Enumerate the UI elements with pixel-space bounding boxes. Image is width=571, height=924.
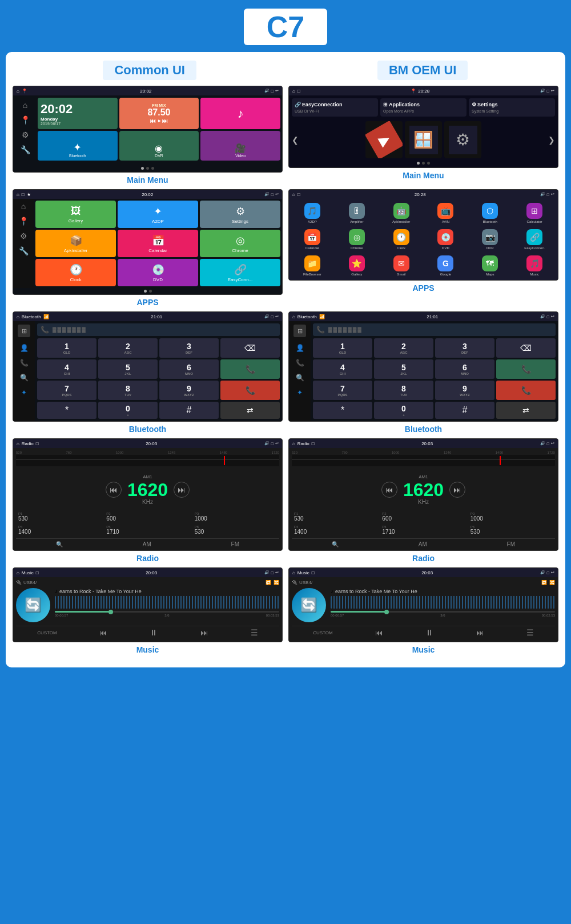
bm-next-arrow[interactable]: ❯ xyxy=(548,135,555,145)
progress-bar[interactable] xyxy=(55,611,279,613)
bm-app-dvd[interactable]: 💿DVD xyxy=(424,227,468,252)
key-4[interactable]: 4GHI xyxy=(37,359,96,379)
bm-preset-p5[interactable]: P51710 xyxy=(380,524,467,536)
app-chrome[interactable]: ◎Chrome xyxy=(200,230,280,257)
bm-key-1[interactable]: 1GLD xyxy=(313,338,372,358)
bm-key-4[interactable]: 4GHI xyxy=(313,359,372,379)
dialpad-icon[interactable]: ⊞ xyxy=(18,325,30,337)
shuffle-icon[interactable]: 🔀 xyxy=(274,580,279,585)
bm-next-track-btn[interactable]: ⏭ xyxy=(476,628,484,637)
bm-key-5[interactable]: 5JKL xyxy=(374,359,433,379)
bm-recent-icon[interactable]: 📞 xyxy=(296,359,304,367)
bm-app-a2dp[interactable]: 🎵A2DP xyxy=(291,201,334,226)
radio-search-btn[interactable]: 🔍 xyxy=(56,541,63,547)
key-2[interactable]: 2ABC xyxy=(98,338,158,358)
bm-search-icon[interactable]: 🔍 xyxy=(296,374,304,382)
bm-applications-card[interactable]: ⊞ Applications Open More APPs xyxy=(380,98,467,117)
key-6[interactable]: 6MNO xyxy=(159,359,219,379)
key-hash[interactable]: # xyxy=(159,402,219,419)
bm-app-avin[interactable]: 📺AVIN xyxy=(424,201,468,226)
bm-key-call-green[interactable]: 📞 xyxy=(496,359,556,379)
bm-app-easyconn[interactable]: 🔗EasyConnec. xyxy=(513,227,556,252)
bm-key-swap[interactable]: ⇄ xyxy=(496,402,556,419)
bm-key-9[interactable]: 9WXYZ xyxy=(435,381,494,400)
music-tile[interactable]: ♪ xyxy=(200,98,280,129)
bm-app-amplifier[interactable]: 🎚Amplifier xyxy=(335,201,379,226)
bm-key-end-call[interactable]: 📞 xyxy=(496,381,556,400)
bm-prev-track-btn[interactable]: ⏮ xyxy=(375,628,383,637)
bm-key-star[interactable]: * xyxy=(313,402,372,419)
bm-settings-card[interactable]: ⚙ Settings System Setting xyxy=(469,98,555,117)
bt-icon[interactable]: ✦ xyxy=(21,389,27,397)
bm-playlist-btn[interactable]: ☰ xyxy=(526,628,534,637)
key-9[interactable]: 9WXYZ xyxy=(159,381,219,400)
radio-am-btn[interactable]: AM xyxy=(143,541,151,547)
bm-radio-search-btn[interactable]: 🔍 xyxy=(332,541,339,547)
contacts-icon[interactable]: 👤 xyxy=(20,344,29,352)
bm-key-2[interactable]: 2ABC xyxy=(374,338,433,358)
bm-progress-handle[interactable] xyxy=(384,610,389,614)
radio-fm-btn[interactable]: FM xyxy=(231,541,239,547)
time-tile[interactable]: 20:02 Monday 2019/06/17 xyxy=(38,98,118,129)
next-track-btn[interactable]: ⏭ xyxy=(200,628,208,637)
bm-app-gmail[interactable]: ✉Gmail xyxy=(380,253,423,278)
app-clock[interactable]: 🕐Clock xyxy=(35,259,116,286)
bm-key-8[interactable]: 8TUV xyxy=(374,381,433,400)
radio-next-btn[interactable]: ⏭ xyxy=(174,482,190,498)
repeat-icon[interactable]: 🔁 xyxy=(266,580,271,585)
app-a2dp[interactable]: ✦A2DP xyxy=(118,201,198,228)
radio-tile[interactable]: FM MIX 87.50 ⏮ ▶ ⏭ xyxy=(119,98,199,129)
app-easyconn[interactable]: 🔗EasyConn... xyxy=(200,259,280,286)
bm-key-backspace[interactable]: ⌫ xyxy=(496,338,556,358)
search-icon[interactable]: 🔍 xyxy=(20,374,29,382)
key-0[interactable]: 0+ xyxy=(98,402,158,419)
preset-p3[interactable]: P3 1000 xyxy=(192,511,279,523)
dvr-tile[interactable]: ◉ DVR xyxy=(119,131,199,161)
key-end-call[interactable]: 📞 xyxy=(220,381,280,400)
key-backspace[interactable]: ⌫ xyxy=(220,338,280,358)
key-7[interactable]: 7PQRS xyxy=(37,381,96,400)
bm-app-chrome[interactable]: ◎Chrome xyxy=(335,227,379,252)
bm-radio-fm-btn[interactable]: FM xyxy=(507,541,515,547)
preset-p2[interactable]: P2 600 xyxy=(104,511,191,523)
bm-preset-p6[interactable]: P6530 xyxy=(468,524,555,536)
bm-preset-p3[interactable]: P31000 xyxy=(468,511,555,523)
bm-app-google[interactable]: GGoogle xyxy=(424,253,468,278)
bm-bt-icon[interactable]: ✦ xyxy=(297,389,303,397)
key-star[interactable]: * xyxy=(37,402,96,419)
key-call-green[interactable]: 📞 xyxy=(220,359,280,379)
bm-easy-connection-card[interactable]: 🔗 EasyConnection USB Or Wi-Fi xyxy=(292,98,378,117)
radio-prev-btn[interactable]: ⏮ xyxy=(106,482,122,498)
key-swap[interactable]: ⇄ xyxy=(220,402,280,419)
prev-track-btn[interactable]: ⏮ xyxy=(99,628,107,637)
custom-btn[interactable]: CUSTOM xyxy=(37,630,57,635)
bm-key-7[interactable]: 7PQRS xyxy=(313,381,372,400)
preset-p6[interactable]: P6 530 xyxy=(192,524,279,536)
bm-radio-next-btn[interactable]: ⏭ xyxy=(449,482,465,498)
app-apkinstaller[interactable]: 📦Apkinstaller xyxy=(35,230,116,257)
bm-key-hash[interactable]: # xyxy=(435,402,494,419)
bm-app-filebrowser[interactable]: 📁FileBrowser xyxy=(291,253,334,278)
play-pause-btn[interactable]: ⏸ xyxy=(150,628,158,637)
video-tile[interactable]: 🎥 Video xyxy=(200,131,280,161)
key-8[interactable]: 8TUV xyxy=(98,381,158,400)
bm-contacts-icon[interactable]: 👤 xyxy=(296,344,304,352)
bm-app-maps[interactable]: 🗺Maps xyxy=(468,253,512,278)
bm-app-calendar[interactable]: 📅Calendar xyxy=(291,227,334,252)
key-1[interactable]: 1GLD xyxy=(37,338,96,358)
bm-key-6[interactable]: 6MNO xyxy=(435,359,494,379)
preset-p5[interactable]: P5 1710 xyxy=(104,524,191,536)
bm-app-calculator[interactable]: ⊞Calculator xyxy=(513,201,556,226)
bm-progress-bar[interactable] xyxy=(331,611,555,613)
bm-app-clock[interactable]: 🕐Clock xyxy=(380,227,423,252)
bm-app-gallery[interactable]: ⭐Gallery xyxy=(335,253,379,278)
progress-handle[interactable] xyxy=(108,610,113,614)
bluetooth-tile[interactable]: ✦ Bluetooth xyxy=(38,131,118,161)
preset-p1[interactable]: P1 530 xyxy=(16,511,103,523)
bm-play-pause-btn[interactable]: ⏸ xyxy=(425,628,433,637)
key-3[interactable]: 3DEF xyxy=(159,338,219,358)
key-5[interactable]: 5JKL xyxy=(98,359,158,379)
app-calendar[interactable]: 📅Calendar xyxy=(118,230,198,257)
playlist-btn[interactable]: ☰ xyxy=(251,628,258,637)
preset-p4[interactable]: P4 1400 xyxy=(16,524,103,536)
